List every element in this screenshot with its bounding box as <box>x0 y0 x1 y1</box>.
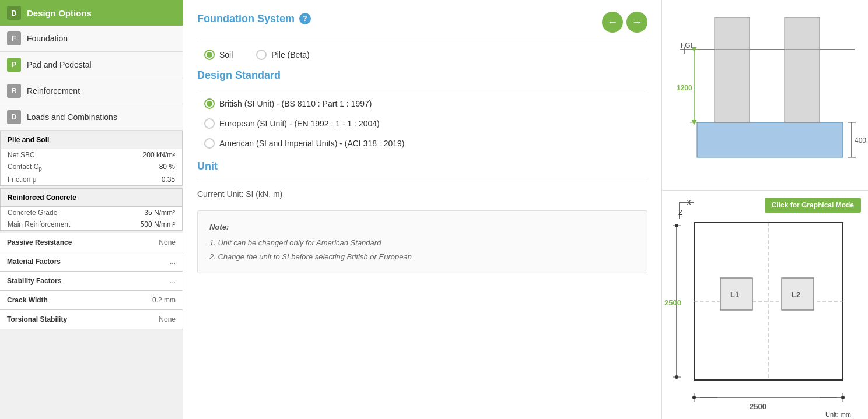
pile-radio[interactable] <box>256 50 267 60</box>
svg-point-36 <box>692 396 696 399</box>
sidebar-item-loads-badge: D <box>7 110 21 124</box>
sbc-label: Net SBC <box>8 151 35 159</box>
note-box: Note: 1. Unit can be changed only for Am… <box>197 210 648 273</box>
american-radio[interactable] <box>204 138 215 149</box>
svg-point-31 <box>675 375 678 379</box>
american-standard-option[interactable]: American (SI and Imperial Units) - (ACI … <box>204 138 648 149</box>
stability-factors-value: ... <box>170 277 176 285</box>
pile-soil-row-sbc: Net SBC 200 kN/m² <box>1 149 182 161</box>
sbc-value: 200 kN/m² <box>143 151 175 159</box>
grade-value: 35 N/mm² <box>144 209 175 217</box>
svg-text:Z: Z <box>678 209 682 217</box>
sidebar-item-loads[interactable]: D Loads and Combinations <box>0 104 183 131</box>
crack-width-label: Crack Width <box>7 296 48 304</box>
graphical-mode-button[interactable]: Click for Graphical Mode <box>765 198 861 213</box>
american-label: American (SI and Imperial Units) - (ACI … <box>219 139 404 148</box>
grade-label: Concrete Grade <box>8 209 57 217</box>
svg-rect-6 <box>715 50 750 122</box>
svg-rect-5 <box>697 122 843 157</box>
pile-soil-row-contact: Contact Cp 80 % <box>1 161 182 174</box>
torsional-stability-label: Torsional Stability <box>7 315 67 323</box>
sidebar-item-pad-pedestal[interactable]: P Pad and Pedestal <box>0 52 183 78</box>
rc-header: Reinforced Concrete <box>1 189 182 207</box>
soil-option[interactable]: Soil <box>204 50 233 60</box>
torsional-stability-item[interactable]: Torsional Stability None <box>0 310 183 329</box>
friction-label: Friction μ <box>8 175 37 184</box>
note-line-1: 1. Unit can be changed only for American… <box>209 236 635 249</box>
british-label: British (SI Unit) - (BS 8110 : Part 1 : … <box>219 99 372 108</box>
soil-label: Soil <box>219 50 233 59</box>
stability-factors-item[interactable]: Stability Factors ... <box>0 272 183 291</box>
svg-text:Unit: mm: Unit: mm <box>825 411 851 418</box>
prev-arrow-button[interactable]: ← <box>602 12 623 33</box>
svg-text:2500: 2500 <box>664 298 681 307</box>
sidebar-item-pad-badge: P <box>7 58 21 72</box>
material-factors-label: Material Factors <box>7 258 61 266</box>
european-label: European (SI Unit) - (EN 1992 : 1 - 1 : … <box>219 119 380 128</box>
material-factors-item[interactable]: Material Factors ... <box>0 252 183 272</box>
sidebar-header-badge: D <box>7 6 21 20</box>
svg-text:X: X <box>687 199 691 207</box>
pile-soil-row-friction: Friction μ 0.35 <box>1 174 182 185</box>
foundation-help-icon[interactable]: ? <box>299 13 311 24</box>
bottom-diagram-svg: X Z L1 L2 2500 <box>662 191 868 418</box>
design-standard-options: British (SI Unit) - (BS 8110 : Part 1 : … <box>204 98 648 149</box>
passive-resistance-label: Passive Resistance <box>7 238 72 247</box>
design-standard-title: Design Standard <box>197 69 648 82</box>
sidebar: D Design Options F Foundation P Pad and … <box>0 0 183 419</box>
british-standard-option[interactable]: British (SI Unit) - (BS 8110 : Part 1 : … <box>204 98 648 109</box>
european-standard-option[interactable]: European (SI Unit) - (EN 1992 : 1 - 1 : … <box>204 118 648 129</box>
british-radio[interactable] <box>204 98 215 109</box>
friction-value: 0.35 <box>162 175 175 184</box>
svg-point-30 <box>675 224 678 227</box>
sidebar-item-reinforcement[interactable]: R Reinforcement <box>0 78 183 104</box>
passive-resistance-item[interactable]: Passive Resistance None <box>0 233 183 252</box>
current-unit-label: Current Unit: SI (kN, m) <box>197 189 648 199</box>
sidebar-item-reinforcement-badge: R <box>7 84 21 98</box>
rebar-value: 500 N/mm² <box>141 220 175 228</box>
svg-rect-4 <box>785 17 820 50</box>
pile-soil-header: Pile and Soil <box>1 131 182 149</box>
right-panel: FGL 1200 400 <box>662 0 868 419</box>
svg-text:1200: 1200 <box>677 84 692 92</box>
crack-width-value: 0.2 mm <box>152 296 176 304</box>
pile-option[interactable]: Pile (Beta) <box>256 50 309 60</box>
rc-row-grade: Concrete Grade 35 N/mm² <box>1 207 182 219</box>
unit-title: Unit <box>197 160 648 172</box>
svg-text:L1: L1 <box>730 290 739 299</box>
svg-text:400: 400 <box>855 136 866 145</box>
stability-factors-label: Stability Factors <box>7 277 61 285</box>
svg-text:L2: L2 <box>792 290 800 299</box>
svg-text:FGL: FGL <box>681 41 695 50</box>
svg-point-37 <box>841 396 845 399</box>
rc-row-rebar: Main Reinforcement 500 N/mm² <box>1 219 182 230</box>
note-title: Note: <box>209 220 635 234</box>
sidebar-item-pad-label: Pad and Pedestal <box>27 60 92 69</box>
material-factors-value: ... <box>170 258 176 266</box>
sidebar-header-label: Design Options <box>27 8 92 18</box>
passive-resistance-value: None <box>159 238 176 247</box>
rebar-label: Main Reinforcement <box>8 220 70 228</box>
pile-soil-section: Pile and Soil Net SBC 200 kN/m² Contact … <box>0 131 183 186</box>
sidebar-item-foundation-label: Foundation <box>27 34 68 43</box>
svg-rect-7 <box>785 50 820 122</box>
pile-label: Pile (Beta) <box>271 50 309 59</box>
torsional-stability-value: None <box>159 315 176 323</box>
sidebar-header: D Design Options <box>0 0 183 26</box>
contact-label: Contact Cp <box>8 163 42 172</box>
bottom-diagram-panel: Click for Graphical Mode X Z L1 L2 <box>662 191 868 419</box>
foundation-system-header-row: Foundation System ? ← → <box>197 12 648 33</box>
foundation-type-group: Soil Pile (Beta) <box>204 50 648 60</box>
crack-width-item[interactable]: Crack Width 0.2 mm <box>0 291 183 310</box>
european-radio[interactable] <box>204 118 215 129</box>
reinforced-concrete-section: Reinforced Concrete Concrete Grade 35 N/… <box>0 188 183 231</box>
note-line-2: 2. Change the unit to SI before selectin… <box>209 250 635 263</box>
foundation-system-title: Foundation System ? <box>197 13 311 25</box>
soil-radio[interactable] <box>204 50 215 60</box>
sidebar-item-loads-label: Loads and Combinations <box>27 112 117 122</box>
top-diagram-panel: FGL 1200 400 <box>662 0 868 191</box>
next-arrow-button[interactable]: → <box>626 12 648 33</box>
sidebar-item-foundation[interactable]: F Foundation <box>0 26 183 52</box>
svg-rect-3 <box>715 17 750 50</box>
sidebar-item-reinforcement-label: Reinforcement <box>27 86 80 96</box>
